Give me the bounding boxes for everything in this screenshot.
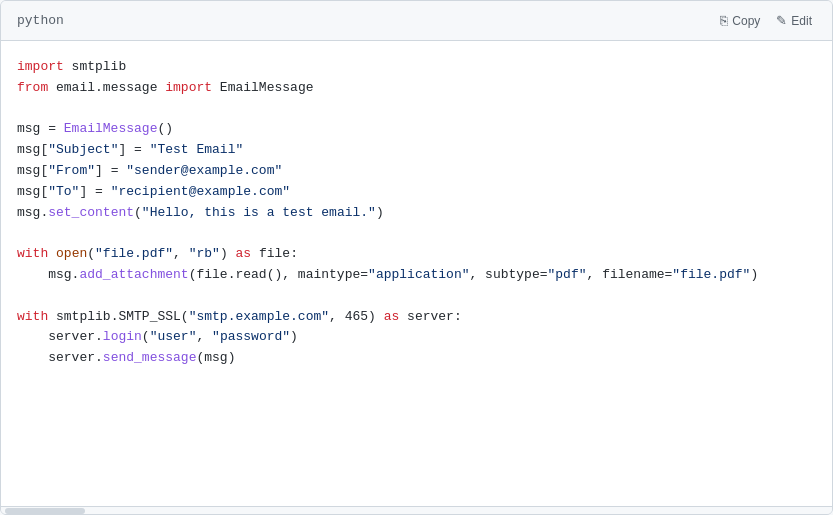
copy-label: Copy (732, 14, 760, 28)
code-line: msg.add_attachment(file.read(), maintype… (17, 265, 816, 286)
code-line (17, 223, 816, 244)
code-line: msg.set_content("Hello, this is a test e… (17, 203, 816, 224)
copy-button[interactable]: ⎘ Copy (716, 11, 764, 30)
code-line: with smtplib.SMTP_SSL("smtp.example.com"… (17, 307, 816, 328)
language-label: python (17, 13, 64, 28)
code-line: server.login("user", "password") (17, 327, 816, 348)
edit-icon: ✎ (776, 13, 787, 28)
code-line (17, 286, 816, 307)
horizontal-scrollbar[interactable] (1, 506, 832, 514)
scrollbar-thumb[interactable] (5, 508, 85, 514)
copy-icon: ⎘ (720, 13, 728, 28)
code-line: from email.message import EmailMessage (17, 78, 816, 99)
edit-button[interactable]: ✎ Edit (772, 11, 816, 30)
code-line: import smtplib (17, 57, 816, 78)
code-line: msg["To"] = "recipient@example.com" (17, 182, 816, 203)
code-block: python ⎘ Copy ✎ Edit import smtplib from… (0, 0, 833, 515)
code-actions: ⎘ Copy ✎ Edit (716, 11, 816, 30)
code-line (17, 99, 816, 120)
edit-label: Edit (791, 14, 812, 28)
code-line: msg["From"] = "sender@example.com" (17, 161, 816, 182)
code-line: msg = EmailMessage() (17, 119, 816, 140)
code-line: with open("file.pdf", "rb") as file: (17, 244, 816, 265)
code-line: msg["Subject"] = "Test Email" (17, 140, 816, 161)
code-header: python ⎘ Copy ✎ Edit (1, 1, 832, 41)
code-body[interactable]: import smtplib from email.message import… (1, 41, 832, 506)
code-line: server.send_message(msg) (17, 348, 816, 369)
code-content: import smtplib from email.message import… (1, 57, 832, 369)
